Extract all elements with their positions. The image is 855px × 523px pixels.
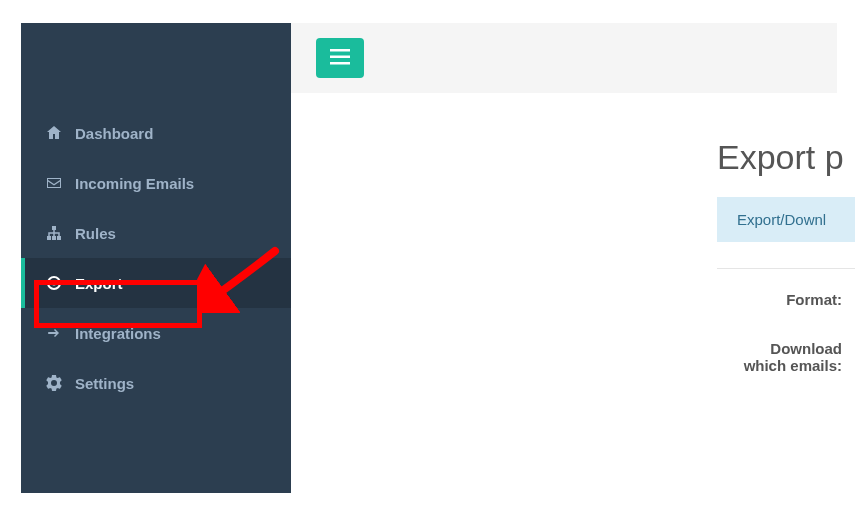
sidebar-item-incoming-emails[interactable]: Incoming Emails — [21, 158, 291, 208]
share-icon — [45, 324, 63, 342]
sidebar-item-label: Rules — [75, 225, 116, 242]
tab-export-download[interactable]: Export/Downl — [717, 197, 855, 242]
svg-rect-1 — [47, 236, 51, 240]
sidebar-item-label: Integrations — [75, 325, 161, 342]
envelope-icon — [45, 174, 63, 192]
sidebar-item-label: Settings — [75, 375, 134, 392]
svg-rect-9 — [330, 62, 350, 65]
target-icon — [45, 274, 63, 292]
divider — [717, 268, 855, 269]
sidebar-item-integrations[interactable]: Integrations — [21, 308, 291, 358]
hamburger-icon — [330, 49, 350, 68]
sidebar-item-label: Dashboard — [75, 125, 153, 142]
sidebar-item-dashboard[interactable]: Dashboard — [21, 108, 291, 158]
label-download-which-emails: Download which emails: — [737, 340, 842, 374]
topbar — [291, 23, 837, 93]
page-title: Export p — [717, 138, 855, 177]
svg-point-5 — [52, 281, 57, 286]
svg-rect-8 — [330, 55, 350, 58]
sitemap-icon — [45, 224, 63, 242]
svg-rect-0 — [52, 226, 56, 230]
sidebar-item-rules[interactable]: Rules — [21, 208, 291, 258]
menu-toggle-button[interactable] — [316, 38, 364, 78]
svg-rect-3 — [57, 236, 61, 240]
sidebar-item-label: Incoming Emails — [75, 175, 194, 192]
sidebar: Dashboard Incoming Emails Rules Export I… — [21, 23, 291, 493]
sidebar-item-export[interactable]: Export — [21, 258, 291, 308]
home-icon — [45, 124, 63, 142]
svg-rect-7 — [330, 49, 350, 52]
label-format: Format: — [737, 291, 842, 308]
main-content: Export p Export/Downl Format: Download w… — [291, 93, 855, 523]
gear-icon — [45, 374, 63, 392]
svg-rect-2 — [52, 236, 56, 240]
sidebar-item-settings[interactable]: Settings — [21, 358, 291, 408]
sidebar-item-label: Export — [75, 275, 123, 292]
